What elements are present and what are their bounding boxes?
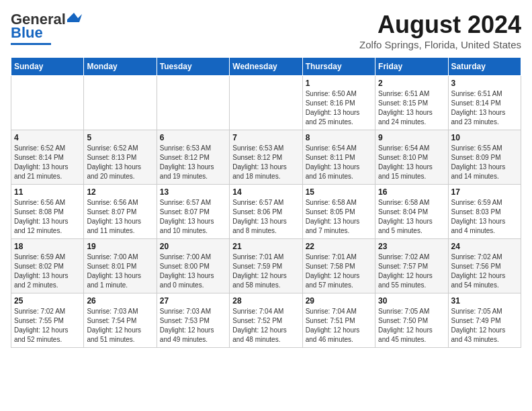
day-number: 17 [451, 187, 518, 197]
weekday-header: Friday [375, 58, 448, 76]
day-number: 28 [232, 296, 299, 306]
day-number: 7 [232, 133, 299, 142]
day-info: Sunrise: 6:53 AM Sunset: 8:12 PM Dayligh… [232, 144, 299, 181]
calendar-cell: 9Sunrise: 6:54 AM Sunset: 8:10 PM Daylig… [375, 130, 448, 185]
calendar-cell: 15Sunrise: 6:58 AM Sunset: 8:05 PM Dayli… [302, 185, 375, 239]
day-number: 18 [14, 242, 81, 251]
day-number: 12 [87, 187, 153, 197]
day-info: Sunrise: 6:51 AM Sunset: 8:15 PM Dayligh… [378, 89, 445, 127]
day-number: 5 [87, 133, 153, 142]
day-number: 31 [451, 296, 518, 306]
weekday-header: Sunday [11, 58, 84, 76]
calendar-cell: 31Sunrise: 7:05 AM Sunset: 7:49 PM Dayli… [448, 293, 521, 348]
day-info: Sunrise: 7:01 AM Sunset: 7:58 PM Dayligh… [306, 253, 372, 290]
calendar-cell: 23Sunrise: 7:02 AM Sunset: 7:57 PM Dayli… [375, 239, 448, 293]
day-info: Sunrise: 6:54 AM Sunset: 8:10 PM Dayligh… [378, 144, 445, 181]
calendar-cell: 24Sunrise: 7:02 AM Sunset: 7:56 PM Dayli… [448, 239, 521, 293]
day-info: Sunrise: 7:02 AM Sunset: 7:57 PM Dayligh… [378, 253, 445, 290]
day-number: 1 [306, 79, 372, 88]
day-info: Sunrise: 6:52 AM Sunset: 8:13 PM Dayligh… [87, 144, 153, 181]
day-number: 20 [160, 242, 226, 251]
calendar-cell: 1Sunrise: 6:50 AM Sunset: 8:16 PM Daylig… [302, 76, 375, 130]
calendar-cell: 18Sunrise: 6:59 AM Sunset: 8:02 PM Dayli… [11, 239, 84, 293]
day-info: Sunrise: 6:50 AM Sunset: 8:16 PM Dayligh… [306, 89, 372, 127]
calendar-cell [157, 76, 229, 130]
calendar-cell: 4Sunrise: 6:52 AM Sunset: 8:14 PM Daylig… [11, 130, 84, 185]
day-number: 26 [87, 296, 153, 306]
calendar-cell [11, 76, 84, 130]
day-info: Sunrise: 7:05 AM Sunset: 7:50 PM Dayligh… [378, 307, 445, 345]
logo-bird-icon [67, 13, 82, 24]
title-block: August 2024 Zolfo Springs, Florida, Unit… [359, 11, 521, 50]
logo: General Blue [11, 11, 82, 45]
calendar-cell: 28Sunrise: 7:04 AM Sunset: 7:52 PM Dayli… [230, 293, 302, 348]
calendar-cell: 8Sunrise: 6:54 AM Sunset: 8:11 PM Daylig… [302, 130, 375, 185]
calendar-cell: 20Sunrise: 7:00 AM Sunset: 8:00 PM Dayli… [157, 239, 229, 293]
day-number: 23 [378, 242, 445, 251]
calendar-cell: 16Sunrise: 6:58 AM Sunset: 8:04 PM Dayli… [375, 185, 448, 239]
day-info: Sunrise: 6:58 AM Sunset: 8:04 PM Dayligh… [378, 198, 445, 236]
day-number: 10 [451, 133, 518, 142]
day-number: 14 [232, 187, 299, 197]
day-info: Sunrise: 7:05 AM Sunset: 7:49 PM Dayligh… [451, 307, 518, 345]
day-info: Sunrise: 6:59 AM Sunset: 8:03 PM Dayligh… [451, 198, 518, 236]
subtitle: Zolfo Springs, Florida, United States [359, 39, 521, 50]
weekday-header: Saturday [448, 58, 521, 76]
calendar-cell: 25Sunrise: 7:02 AM Sunset: 7:55 PM Dayli… [11, 293, 84, 348]
calendar-cell: 21Sunrise: 7:01 AM Sunset: 7:59 PM Dayli… [230, 239, 302, 293]
calendar-cell: 3Sunrise: 6:51 AM Sunset: 8:14 PM Daylig… [448, 76, 521, 130]
logo-blue: Blue [11, 24, 43, 42]
page-header: General Blue August 2024 Zolfo Springs, … [11, 11, 521, 50]
day-number: 29 [306, 296, 372, 306]
day-number: 16 [378, 187, 445, 197]
day-number: 21 [232, 242, 299, 251]
calendar-cell [230, 76, 302, 130]
day-info: Sunrise: 6:53 AM Sunset: 8:12 PM Dayligh… [160, 144, 226, 181]
main-title: August 2024 [359, 11, 521, 39]
day-info: Sunrise: 6:57 AM Sunset: 8:07 PM Dayligh… [160, 198, 226, 236]
calendar-cell: 13Sunrise: 6:57 AM Sunset: 8:07 PM Dayli… [157, 185, 229, 239]
weekday-header: Wednesday [230, 58, 302, 76]
day-info: Sunrise: 7:01 AM Sunset: 7:59 PM Dayligh… [232, 253, 299, 290]
calendar-cell: 7Sunrise: 6:53 AM Sunset: 8:12 PM Daylig… [230, 130, 302, 185]
day-info: Sunrise: 7:03 AM Sunset: 7:53 PM Dayligh… [160, 307, 226, 345]
calendar-cell: 27Sunrise: 7:03 AM Sunset: 7:53 PM Dayli… [157, 293, 229, 348]
calendar-cell: 30Sunrise: 7:05 AM Sunset: 7:50 PM Dayli… [375, 293, 448, 348]
day-number: 13 [160, 187, 226, 197]
calendar-week-row: 11Sunrise: 6:56 AM Sunset: 8:08 PM Dayli… [11, 185, 521, 239]
day-number: 6 [160, 133, 226, 142]
day-info: Sunrise: 6:55 AM Sunset: 8:09 PM Dayligh… [451, 144, 518, 181]
day-info: Sunrise: 6:59 AM Sunset: 8:02 PM Dayligh… [14, 253, 81, 290]
day-info: Sunrise: 7:04 AM Sunset: 7:51 PM Dayligh… [306, 307, 372, 345]
day-number: 8 [306, 133, 372, 142]
day-number: 2 [378, 79, 445, 88]
calendar-cell: 17Sunrise: 6:59 AM Sunset: 8:03 PM Dayli… [448, 185, 521, 239]
day-info: Sunrise: 7:00 AM Sunset: 8:00 PM Dayligh… [160, 253, 226, 290]
day-info: Sunrise: 7:02 AM Sunset: 7:56 PM Dayligh… [451, 253, 518, 290]
day-number: 9 [378, 133, 445, 142]
calendar-cell: 14Sunrise: 6:57 AM Sunset: 8:06 PM Dayli… [230, 185, 302, 239]
day-number: 3 [451, 79, 518, 88]
day-info: Sunrise: 6:52 AM Sunset: 8:14 PM Dayligh… [14, 144, 81, 181]
calendar-week-row: 1Sunrise: 6:50 AM Sunset: 8:16 PM Daylig… [11, 76, 521, 130]
logo-underline [11, 43, 51, 45]
calendar-week-row: 25Sunrise: 7:02 AM Sunset: 7:55 PM Dayli… [11, 293, 521, 348]
calendar-cell: 19Sunrise: 7:00 AM Sunset: 8:01 PM Dayli… [84, 239, 157, 293]
day-info: Sunrise: 6:58 AM Sunset: 8:05 PM Dayligh… [306, 198, 372, 236]
day-number: 15 [306, 187, 372, 197]
calendar-week-row: 4Sunrise: 6:52 AM Sunset: 8:14 PM Daylig… [11, 130, 521, 185]
day-info: Sunrise: 6:51 AM Sunset: 8:14 PM Dayligh… [451, 89, 518, 127]
day-number: 25 [14, 296, 81, 306]
svg-marker-0 [67, 13, 82, 22]
day-number: 19 [87, 242, 153, 251]
weekday-header: Thursday [302, 58, 375, 76]
calendar-cell: 22Sunrise: 7:01 AM Sunset: 7:58 PM Dayli… [302, 239, 375, 293]
weekday-header-row: SundayMondayTuesdayWednesdayThursdayFrid… [11, 58, 521, 76]
calendar-cell: 5Sunrise: 6:52 AM Sunset: 8:13 PM Daylig… [84, 130, 157, 185]
day-info: Sunrise: 6:54 AM Sunset: 8:11 PM Dayligh… [306, 144, 372, 181]
day-number: 27 [160, 296, 226, 306]
calendar-cell: 26Sunrise: 7:03 AM Sunset: 7:54 PM Dayli… [84, 293, 157, 348]
weekday-header: Tuesday [157, 58, 229, 76]
calendar-cell: 12Sunrise: 6:56 AM Sunset: 8:07 PM Dayli… [84, 185, 157, 239]
calendar-table: SundayMondayTuesdayWednesdayThursdayFrid… [11, 57, 521, 348]
